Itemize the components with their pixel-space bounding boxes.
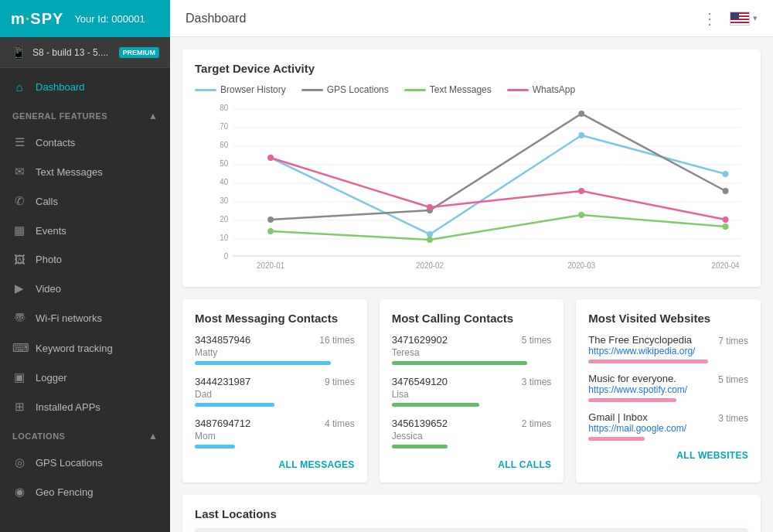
legend-label: GPS Locations (327, 84, 389, 95)
page-title: Dashboard (186, 12, 702, 26)
sidebar-item-text-messages[interactable]: ✉ Text Messages (0, 157, 170, 186)
website-title: Gmail | Inbox (588, 411, 686, 423)
more-options-icon[interactable]: ⋮ (702, 9, 717, 28)
contact-number: 3471629902 (392, 334, 448, 346)
calling-contact-3: 3456139652 2 times Jessica (392, 418, 552, 448)
legend-text-messages: Text Messages (404, 84, 492, 95)
svg-point-25 (578, 132, 584, 138)
gps-icon: ◎ (12, 455, 26, 469)
sidebar-item-label: Wi-Fi networks (36, 312, 158, 324)
website-times: 3 times (718, 413, 748, 424)
sidebar-item-dashboard[interactable]: ⌂ Dashboard (0, 73, 170, 101)
contact-number: 3434857946 (195, 334, 250, 346)
sidebar-item-geo-fencing[interactable]: ◉ Geo Fencing (0, 477, 170, 506)
svg-point-24 (427, 231, 433, 237)
svg-point-35 (267, 155, 274, 161)
sidebar-item-events[interactable]: ▦ Events (0, 216, 170, 245)
contact-bar (392, 403, 480, 407)
sidebar-item-label: Geo Fencing (36, 486, 158, 498)
events-icon: ▦ (12, 223, 26, 237)
last-locations-card: Last Locations Map area (182, 495, 761, 532)
visited-card-title: Most Visited Websites (588, 312, 748, 325)
messaging-contact-2: 3444231987 9 times Dad (195, 376, 355, 407)
home-icon: ⌂ (12, 80, 26, 94)
legend-gps: GPS Locations (301, 84, 389, 95)
chevron-up-icon: ▲ (148, 111, 158, 121)
sidebar-item-contacts[interactable]: ☰ Contacts (0, 128, 170, 157)
legend-label: WhatsApp (533, 84, 575, 95)
website-entry-3: Gmail | Inbox https://mail.google.com/ 3… (588, 411, 748, 441)
sidebar-item-installed-apps[interactable]: ⊞ Installed APPs (0, 392, 170, 421)
sidebar-item-video[interactable]: ▶ Video (0, 274, 170, 303)
contact-name: Mom (195, 431, 355, 442)
activity-chart-card: Target Device Activity Browser History G… (182, 49, 761, 287)
svg-point-27 (267, 217, 274, 223)
chart-legend: Browser History GPS Locations Text Messa… (195, 84, 748, 95)
contact-bar (392, 445, 448, 448)
stats-cards-row: Most Messaging Contacts 3434857946 16 ti… (182, 299, 761, 483)
svg-point-26 (723, 171, 729, 177)
calling-contact-1: 3471629902 5 times Teresa (392, 334, 552, 365)
svg-text:2020-03: 2020-03 (567, 261, 595, 270)
sidebar-item-label: GPS Locations (36, 457, 158, 469)
svg-point-29 (578, 111, 584, 117)
device-name: S8 - build 13 - 5.... (32, 47, 113, 58)
section-label-locations: LOCATIONS (12, 431, 65, 441)
contact-times: 9 times (325, 377, 355, 387)
website-url[interactable]: https://www.wikipedia.org/ (588, 346, 695, 356)
flag-button[interactable]: ▾ (730, 12, 758, 26)
legend-line (195, 89, 216, 91)
svg-text:10: 10 (220, 234, 228, 242)
contact-number: 3476549120 (392, 376, 448, 387)
logo: m·SPY (11, 10, 63, 28)
svg-text:2020-02: 2020-02 (416, 261, 444, 270)
all-messages-link[interactable]: ALL MESSAGES (195, 459, 355, 470)
contacts-icon: ☰ (12, 135, 26, 149)
contact-name: Dad (195, 389, 355, 400)
svg-point-32 (427, 237, 433, 243)
contact-bar (195, 445, 235, 448)
wifi-icon: 〠 (12, 311, 26, 326)
sidebar-item-keyword-tracking[interactable]: ⌨ Keyword tracking (0, 333, 170, 363)
legend-label: Text Messages (430, 84, 492, 95)
chart-title: Target Device Activity (195, 62, 748, 75)
messaging-contact-1: 3434857946 16 times Matty (195, 334, 355, 365)
android-icon: 📱 (11, 45, 26, 60)
sidebar-item-wifi[interactable]: 〠 Wi-Fi networks (0, 303, 170, 333)
calling-card-title: Most Calling Contacts (392, 312, 552, 325)
geo-icon: ◉ (12, 485, 26, 499)
keyword-icon: ⌨ (12, 341, 26, 355)
line-chart-svg: 0 10 20 30 40 50 60 70 80 90 2020-01 202… (195, 101, 748, 271)
website-title: The Free Encyclopedia (588, 334, 695, 346)
calls-icon: ✆ (12, 194, 26, 208)
general-features-section: GENERAL FEATURES ▲ (0, 101, 170, 128)
svg-text:20: 20 (220, 215, 228, 223)
svg-text:0: 0 (224, 252, 229, 261)
svg-text:2020-04: 2020-04 (712, 261, 740, 270)
most-messaging-card: Most Messaging Contacts 3434857946 16 ti… (182, 299, 367, 483)
sidebar-item-logger[interactable]: ▣ Logger (0, 363, 170, 392)
website-entry-1: The Free Encyclopedia https://www.wikipe… (588, 334, 748, 363)
contact-times: 4 times (325, 418, 355, 429)
device-item[interactable]: 📱 S8 - build 13 - 5.... PREMIUM (0, 37, 170, 68)
svg-point-31 (267, 228, 274, 234)
sidebar-item-photo[interactable]: 🖼 Photo (0, 245, 170, 274)
sidebar-item-gps[interactable]: ◎ GPS Locations (0, 448, 170, 477)
website-times: 5 times (718, 374, 748, 385)
legend-line (507, 89, 529, 91)
map-placeholder: Map area (195, 528, 748, 532)
svg-point-30 (723, 188, 729, 194)
website-bar (588, 398, 676, 402)
contact-bar (195, 403, 274, 407)
website-times: 7 times (718, 336, 748, 346)
sidebar-item-calls[interactable]: ✆ Calls (0, 186, 170, 216)
svg-text:30: 30 (220, 196, 228, 205)
contact-number: 3444231987 (195, 376, 250, 387)
all-websites-link[interactable]: ALL WEBSITES (588, 450, 748, 461)
sidebar-item-label: Dashboard (36, 81, 158, 93)
website-url[interactable]: https://www.spotify.com/ (588, 384, 687, 395)
website-url[interactable]: https://mail.google.com/ (588, 423, 686, 434)
premium-badge: PREMIUM (119, 47, 160, 58)
sidebar-item-label: Calls (36, 196, 158, 207)
all-calls-link[interactable]: ALL CALLS (392, 459, 552, 470)
